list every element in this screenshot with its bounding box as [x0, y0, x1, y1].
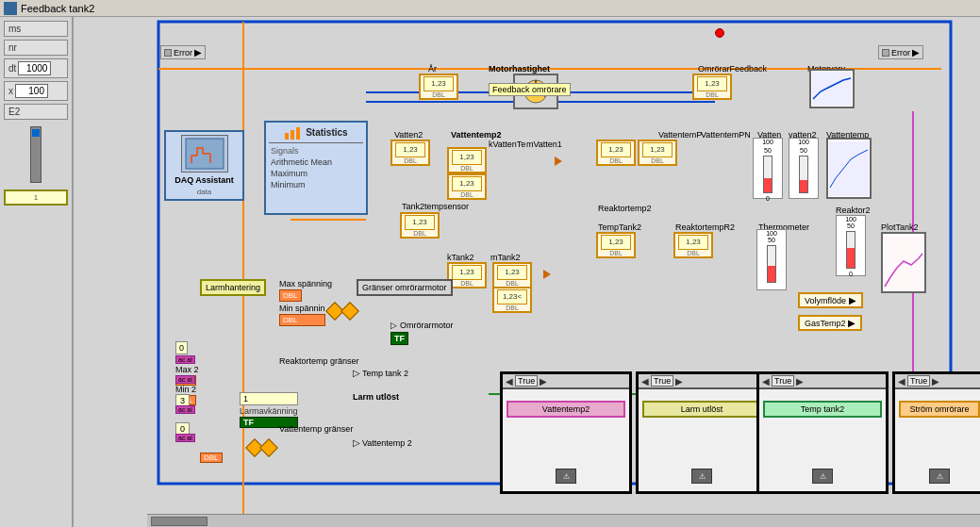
svg-rect-25: [296, 127, 300, 140]
vattentemp2-indicator: Vattentemp2: [507, 401, 625, 418]
dt-value[interactable]: 1000: [18, 61, 51, 75]
stats-label: Statistics: [306, 127, 347, 138]
case-val-2: True: [651, 375, 673, 387]
error-arrow-r: ▶: [912, 47, 920, 58]
window-title: Feedback tank2: [21, 3, 94, 14]
nb-omrorar-dbl: DBL: [706, 91, 719, 98]
case-header-4: ◀ True ▶: [895, 374, 980, 389]
gauge-vatten-50: 50: [754, 147, 782, 154]
vt2-arrow: ▷: [353, 437, 360, 448]
min-dbl-bottom: DBL: [200, 453, 223, 463]
arrow-right-1: ▶: [540, 376, 547, 387]
larmavk-label: Larmavkänning: [240, 406, 298, 416]
larmavkanniing-group: 1 Larmavkänning TF: [240, 392, 298, 428]
statistics-block[interactable]: Statistics Signals Arithmetic Mean Maxim…: [264, 121, 368, 215]
stats-icon: [284, 125, 303, 140]
vattentemp-granser-label: Vattentemp gränser: [279, 424, 353, 434]
scrollbar-horizontal[interactable]: [147, 514, 980, 527]
case-body-3: Temp tank2 ⚠: [759, 389, 886, 487]
control-ms[interactable]: ms: [4, 21, 68, 37]
case-stromom[interactable]: ◀ True ▶ Ström omrörare ⚠: [892, 371, 980, 494]
gauge-vatten2-label: 100: [789, 139, 818, 145]
nb-tank2temp-dbl: DBL: [413, 230, 426, 237]
nb-reaktortemp-2: 1,23 DBL: [673, 232, 713, 258]
control-x[interactable]: x 100: [4, 81, 68, 101]
arrow-ind-2: [543, 270, 551, 281]
min-spanning-group: Min spännin DBL: [279, 304, 325, 326]
reaktortemp2-label: Reaktortemp2: [598, 204, 652, 213]
reaktor2-label: Reaktor2: [836, 206, 871, 215]
case-1-icon-sym: ⚠: [563, 472, 570, 481]
volymflode-arrow: ▶: [849, 295, 856, 305]
control-e2[interactable]: E2: [4, 104, 68, 120]
vattentempl-label: VattentemP: [658, 130, 702, 140]
min-spanning-dbl: DBL: [279, 314, 325, 326]
stats-arith-mean: Arithmetic Mean: [269, 156, 363, 168]
larmutlost-indicator: Larm utlöst: [642, 401, 761, 418]
nb-rt1-dbl: DBL: [609, 250, 623, 256]
gauge-thermo: 100 50: [756, 229, 787, 290]
vattentemp2-small-group: ▷ Vattentemp 2: [353, 437, 412, 448]
larmhantering-block[interactable]: Larmhantering: [200, 279, 266, 296]
case-body-4: Ström omrörare ⚠: [895, 389, 980, 487]
nb-mtank2b-dbl: DBL: [506, 305, 519, 311]
case-larmutlost[interactable]: ◀ True ▶ Larm utlöst ⚠: [636, 371, 768, 494]
stats-signals: Signals: [269, 145, 363, 156]
gauge-reaktor2: 100 50 0: [836, 215, 866, 276]
scroll-indicator[interactable]: [30, 126, 42, 183]
case-val-4: True: [907, 375, 930, 387]
daq-svg: [184, 137, 225, 171]
x-value[interactable]: 100: [15, 84, 48, 98]
nb-tank2temp: 1,23 DBL: [400, 212, 440, 239]
stats-min: Minimum: [269, 179, 363, 190]
mvatten-label: mVatten1: [526, 140, 562, 149]
case-vattentemp2[interactable]: ◀ True ▶ Vattentemp2 ⚠: [500, 371, 632, 494]
gauge-vatten-0: 0: [754, 195, 782, 202]
stats-title: Statistics: [269, 125, 363, 143]
nb-ktank2-inner: 1,23: [452, 265, 482, 280]
min2-acc: ac al: [175, 375, 195, 384]
nb-reaktortemp-1: 1,23 DBL: [596, 232, 636, 258]
granser-block: Gränser omrörarmotor: [357, 279, 453, 296]
arrow-left-1: ◀: [506, 376, 513, 387]
arrow-1: [555, 156, 562, 166]
control-dt[interactable]: dt 1000: [4, 58, 68, 78]
nr-label: nr: [8, 42, 17, 53]
daq-label: DAQ Assistant: [174, 175, 234, 185]
nb-ktank2-dbl: DBL: [460, 280, 473, 287]
control-nr[interactable]: nr: [4, 40, 68, 56]
error-arrow: ▶: [194, 47, 202, 58]
rt-arrow: ▷: [353, 368, 360, 378]
temp-tank2-small: Temp tank 2: [362, 369, 408, 378]
case-4-bottom: ⚠: [899, 469, 980, 484]
nb-vattenp2: 1,23 DBL: [638, 140, 677, 166]
case-temptank2[interactable]: ◀ True ▶ Temp tank2 ⚠: [756, 371, 889, 494]
case-2-icon-sym: ⚠: [699, 472, 706, 481]
num-indicator-1: 1: [4, 189, 68, 206]
plottank2-label: PlotTank2: [881, 222, 919, 232]
case-header-2: ◀ True ▶: [639, 374, 765, 389]
reaktortemp-granser-label: Reaktortemp gränser: [279, 356, 359, 366]
x-label: x: [8, 86, 13, 96]
vattentempl2-label: VattentemPN: [701, 130, 751, 140]
case-2-bottom: ⚠: [642, 469, 761, 484]
case-1-icon: ⚠: [556, 469, 576, 484]
g-t-bar: [767, 245, 776, 283]
daq-assistant-block[interactable]: DAQ Assistant data: [164, 130, 244, 201]
arrow-left-2: ◀: [641, 376, 649, 387]
nb-mtank2-dbl: DBL: [506, 280, 519, 287]
nb-mvatten-inner: 1,23: [452, 176, 482, 191]
nb-vatten2-dbl: DBL: [404, 157, 417, 164]
vatten2-label: Vatten2: [394, 130, 423, 140]
g-t-100: 100: [757, 230, 786, 237]
omrorarfeedback-label: OmrörarFeedback: [698, 64, 767, 74]
nb-vatten2: 1,23 DBL: [390, 140, 430, 166]
red-dot-indicator: [715, 28, 724, 38]
diamond-2: [341, 302, 359, 321]
arrow-right-2: ▶: [675, 376, 683, 387]
case-3-icon-sym: ⚠: [820, 472, 826, 481]
case-3-bottom: ⚠: [763, 469, 882, 484]
max2-num-block: 0: [175, 341, 188, 354]
g-t-50: 50: [757, 237, 786, 243]
arrow-right-3: ▶: [796, 376, 804, 387]
